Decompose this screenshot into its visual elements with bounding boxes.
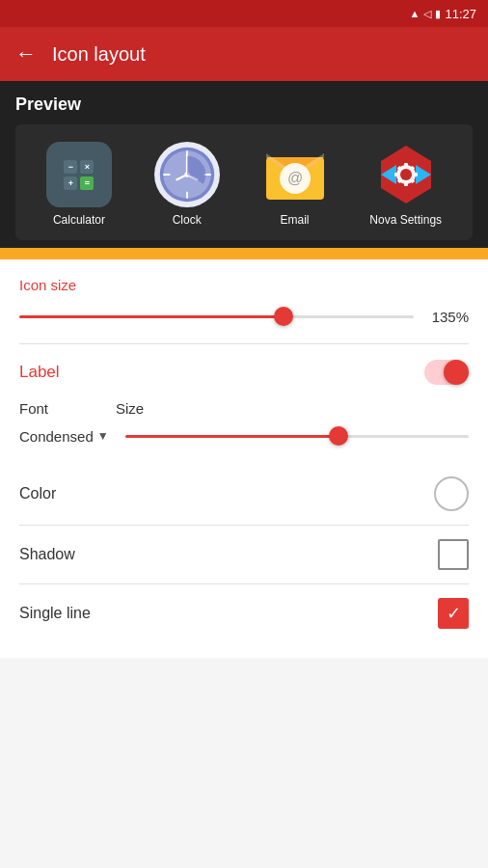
- icon-size-title: Icon size: [19, 277, 469, 293]
- calculator-icon: − × + =: [46, 142, 112, 207]
- single-line-row: Single line ✓: [19, 584, 469, 642]
- clock-icon: [154, 142, 220, 207]
- color-label: Color: [19, 485, 56, 502]
- preview-bg: − × + = Calculator: [15, 124, 473, 240]
- email-icon: @: [262, 142, 328, 207]
- checkmark-icon: ✓: [447, 603, 461, 624]
- email-svg: @: [262, 142, 328, 207]
- condensed-row: Condensed ▼: [19, 426, 469, 446]
- yellow-strip: [0, 240, 488, 259]
- label-section: Label Font Size Condensed ▼: [0, 344, 488, 658]
- app-icon-calculator: − × + = Calculator: [46, 142, 112, 227]
- svg-point-19: [400, 169, 412, 180]
- calc-plus: +: [64, 176, 77, 190]
- svg-text:@: @: [286, 170, 302, 186]
- color-picker[interactable]: [434, 476, 469, 511]
- dropdown-arrow-icon: ▼: [97, 429, 109, 443]
- icon-size-section: Icon size 135%: [0, 259, 488, 343]
- clock-label: Clock: [173, 213, 202, 227]
- calc-minus: −: [64, 160, 77, 174]
- app-icon-clock: Clock: [154, 142, 220, 227]
- single-line-checkbox[interactable]: ✓: [438, 598, 469, 629]
- calc-equals: =: [80, 176, 94, 190]
- back-button[interactable]: ←: [15, 41, 37, 67]
- status-icons: ▲ ◁ ▮ 11:27: [410, 7, 476, 21]
- app-icon-nova: Nova Settings: [369, 142, 442, 227]
- size-slider-thumb[interactable]: [329, 426, 348, 446]
- size-slider-track: [125, 435, 469, 438]
- size-track-fill: [125, 435, 339, 438]
- main-content: Icon size 135% Label Font Size: [0, 259, 488, 658]
- slider-thumb[interactable]: [274, 307, 293, 326]
- svg-rect-20: [404, 163, 408, 169]
- calc-multiply: ×: [80, 160, 94, 174]
- font-size-row: Font Size: [19, 400, 469, 417]
- slider-track: [19, 315, 414, 318]
- preview-section: Preview − × + = Calculator: [0, 81, 488, 240]
- nova-icon: [373, 142, 439, 207]
- status-bar: ▲ ◁ ▮ 11:27: [0, 0, 488, 27]
- single-line-label: Single line: [19, 605, 91, 622]
- shadow-checkbox[interactable]: [438, 539, 469, 570]
- status-time: 11:27: [445, 7, 476, 21]
- label-row: Label: [19, 360, 469, 385]
- svg-rect-22: [394, 173, 400, 176]
- toggle-thumb: [444, 360, 469, 385]
- nova-svg: [373, 142, 439, 207]
- font-label: Font: [19, 400, 96, 417]
- calculator-label: Calculator: [53, 213, 105, 227]
- top-bar: ← Icon layout: [0, 27, 488, 81]
- shadow-row: Shadow: [19, 526, 469, 583]
- label-toggle[interactable]: [424, 360, 469, 385]
- svg-rect-23: [412, 173, 418, 176]
- size-label: Size: [116, 400, 469, 417]
- preview-label: Preview: [15, 95, 473, 115]
- clock-svg: [158, 146, 216, 203]
- slider-track-fill: [19, 315, 284, 318]
- svg-rect-21: [404, 180, 408, 186]
- battery-icon: ▮: [435, 8, 441, 20]
- icon-size-value: 135%: [425, 309, 469, 325]
- app-icon-email: @ Email: [262, 142, 328, 227]
- font-select[interactable]: Condensed ▼: [19, 428, 116, 445]
- wifi-icon: ▲: [410, 8, 420, 19]
- shadow-label: Shadow: [19, 546, 75, 563]
- icon-size-slider[interactable]: [19, 307, 414, 326]
- color-row: Color: [19, 463, 469, 525]
- icon-size-slider-row: 135%: [19, 307, 469, 326]
- signal-icon: ◁: [423, 8, 431, 20]
- size-slider[interactable]: [125, 426, 469, 446]
- font-select-value: Condensed: [19, 428, 94, 445]
- label-title: Label: [19, 363, 60, 382]
- email-label: Email: [281, 213, 310, 227]
- page-title: Icon layout: [52, 43, 146, 66]
- nova-label: Nova Settings: [369, 213, 442, 227]
